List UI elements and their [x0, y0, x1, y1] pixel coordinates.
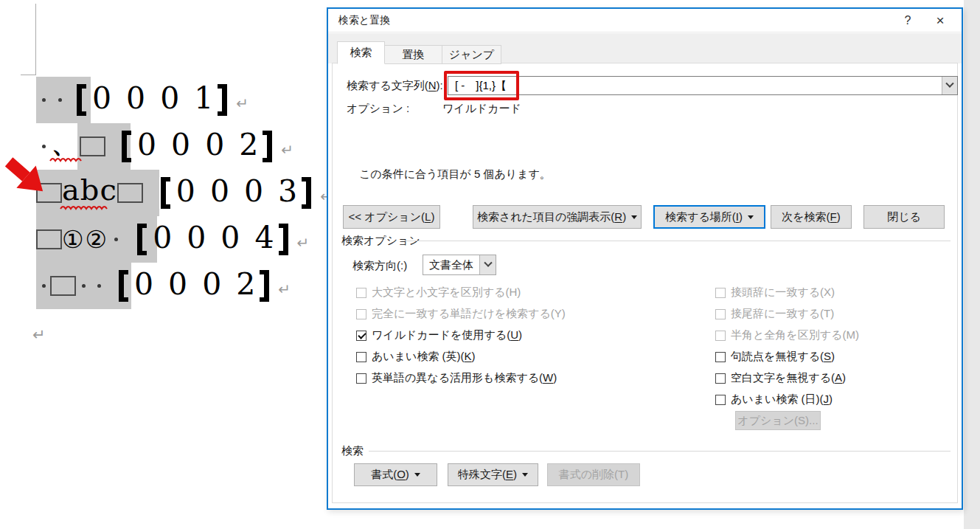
close-button[interactable]: 閉じる — [863, 205, 945, 229]
checkbox-label: あいまい検索 (英)(K) — [372, 350, 476, 364]
misspelled-word: abc — [62, 175, 117, 204]
space-dot-mark — [52, 77, 68, 123]
find-all-word-forms-checkbox[interactable]: 英単語の異なる活用形も検索する(W) — [356, 367, 566, 389]
dropdown-caret-icon — [522, 473, 528, 477]
button-label: 閉じる — [887, 210, 921, 224]
circled-number: ① — [62, 227, 84, 252]
button-label: 検索された項目の強調表示(R) — [477, 210, 626, 224]
checkbox-label: 完全に一致する単語だけを検索する(Y) — [372, 307, 566, 321]
button-label: 書式(O) — [371, 468, 409, 482]
unchecked-checkbox-icon[interactable] — [356, 352, 366, 362]
checked-checkbox-icon[interactable] — [356, 331, 366, 341]
search-string-label: 検索する文字列(N): — [347, 79, 443, 93]
unchecked-checkbox-icon — [356, 309, 366, 319]
checkbox-label: 大文字と小文字を区別する(H) — [372, 286, 521, 300]
fuzzy-options-button: オプション(S)... — [735, 411, 821, 430]
document-line: 0002↵ — [36, 263, 291, 309]
search-string-combobox[interactable] — [448, 76, 958, 95]
checkbox-label: 接頭辞に一致する(X) — [731, 286, 835, 300]
paragraph-mark: ↵ — [236, 94, 249, 112]
find-group-label: 検索 — [341, 444, 364, 458]
document-line: 0001↵ — [36, 77, 249, 123]
options-value: ワイルドカード — [442, 102, 521, 116]
paragraph-number: 0002 — [137, 130, 273, 160]
checkbox-label: 空白文字を無視する(A) — [731, 371, 846, 385]
whole-words-only-checkbox: 完全に一致する単語だけを検索する(Y) — [356, 303, 566, 325]
space-dot-mark — [91, 263, 107, 309]
chevron-down-icon — [484, 259, 492, 267]
dropdown-caret-icon — [748, 215, 754, 219]
unchecked-checkbox-icon[interactable] — [356, 373, 366, 384]
chevron-down-icon — [945, 80, 953, 88]
unchecked-checkbox-icon[interactable] — [715, 352, 726, 362]
close-window-button[interactable]: × — [929, 10, 951, 31]
button-label: 次を検索(F) — [782, 210, 841, 224]
unchecked-checkbox-icon — [356, 288, 366, 298]
checkbox-label: ワイルドカードを使用する(U) — [372, 328, 522, 342]
tab-replace[interactable]: 置換 — [384, 45, 442, 64]
paragraph-number: 0001 — [92, 83, 228, 114]
checkbox-label: あいまい検索 (日)(J) — [731, 393, 833, 407]
match-suffix-checkbox: 接尾辞に一致する(T) — [715, 303, 859, 325]
button-label: << オプション(L) — [349, 210, 435, 224]
format-button[interactable]: 書式(O) — [354, 463, 437, 486]
bracket-open-mark — [77, 84, 86, 116]
match-case-checkbox: 大文字と小文字を区別する(H) — [356, 282, 566, 303]
space-dot-mark — [36, 263, 52, 309]
no-formatting-button: 書式の削除(T) — [547, 463, 640, 486]
match-halfwidth-fullwidth-checkbox: 半角と全角を区別する(M) — [715, 325, 859, 346]
tab-label: 検索 — [350, 46, 372, 60]
checkbox-label: 英単語の異なる活用形も検索する(W) — [372, 371, 557, 385]
document-line: ①②0004↵ — [36, 216, 309, 263]
special-button[interactable]: 特殊文字(E) — [448, 463, 538, 486]
dropdown-caret-icon — [631, 215, 637, 219]
dialog-titlebar[interactable]: 検索と置換 ? × — [328, 9, 962, 32]
match-prefix-checkbox: 接頭辞に一致する(X) — [715, 282, 859, 303]
search-direction-value: 文書全体 — [423, 258, 479, 272]
use-wildcards-checkbox[interactable]: ワイルドカードを使用する(U) — [356, 325, 566, 346]
button-label: オプション(S)... — [737, 414, 818, 428]
sounds-like-english-checkbox[interactable]: あいまい検索 (英)(K) — [356, 346, 566, 367]
ignore-punctuation-checkbox[interactable]: 句読点を無視する(S) — [715, 346, 859, 367]
tab-find[interactable]: 検索 — [337, 41, 385, 64]
empty-box-mark — [80, 136, 105, 156]
search-direction-select[interactable]: 文書全体 — [423, 255, 496, 275]
annotation-arrow-icon — [0, 146, 55, 210]
button-label: 検索する場所(I) — [665, 210, 743, 224]
find-next-button[interactable]: 次を検索(F) — [771, 205, 852, 229]
combobox-dropdown-button[interactable] — [942, 77, 957, 94]
unchecked-checkbox-icon — [715, 309, 726, 319]
unchecked-checkbox-icon[interactable] — [715, 373, 726, 384]
combobox-dropdown-button[interactable] — [479, 255, 496, 274]
match-count-status: この条件に合う項目が 5 個あります。 — [359, 167, 551, 181]
bracket-open-mark — [161, 177, 170, 209]
empty-box-mark — [117, 183, 143, 203]
document-line: 、0002↵ — [36, 123, 293, 170]
space-dot-mark — [36, 77, 52, 123]
highlight-found-items-button[interactable]: 検索された項目の強調表示(R) — [473, 205, 642, 229]
annotation-red-box — [444, 71, 519, 100]
text-boundary-mark-horizontal — [21, 75, 36, 75]
unchecked-checkbox-icon — [715, 288, 726, 298]
empty-box-mark — [36, 229, 62, 249]
dropdown-caret-icon — [414, 473, 420, 477]
fuzzy-search-japanese-checkbox[interactable]: あいまい検索 (日)(J) — [715, 389, 859, 410]
less-options-button[interactable]: << オプション(L) — [343, 205, 440, 229]
unchecked-checkbox-icon — [715, 331, 726, 341]
paragraph-mark: ↵ — [32, 326, 46, 344]
checkbox-label: 半角と全角を区別する(M) — [731, 328, 859, 342]
button-label: 特殊文字(E) — [458, 468, 517, 482]
search-string-input[interactable] — [448, 77, 941, 94]
help-button[interactable]: ? — [897, 10, 919, 31]
find-in-button[interactable]: 検索する場所(I) — [653, 205, 765, 229]
document-line: abc0003↵ — [36, 170, 333, 216]
checkbox-label: 句読点を無視する(S) — [731, 350, 835, 364]
empty-box-mark — [50, 276, 76, 296]
tab-goto[interactable]: ジャンプ — [442, 45, 501, 64]
ignore-whitespace-checkbox[interactable]: 空白文字を無視する(A) — [715, 367, 859, 389]
bracket-open-mark — [122, 131, 131, 162]
paragraph-mark: ↵ — [297, 234, 310, 252]
text-boundary-mark-vertical — [35, 4, 36, 75]
button-label: 書式の削除(T) — [559, 468, 629, 482]
unchecked-checkbox-icon[interactable] — [715, 395, 726, 405]
